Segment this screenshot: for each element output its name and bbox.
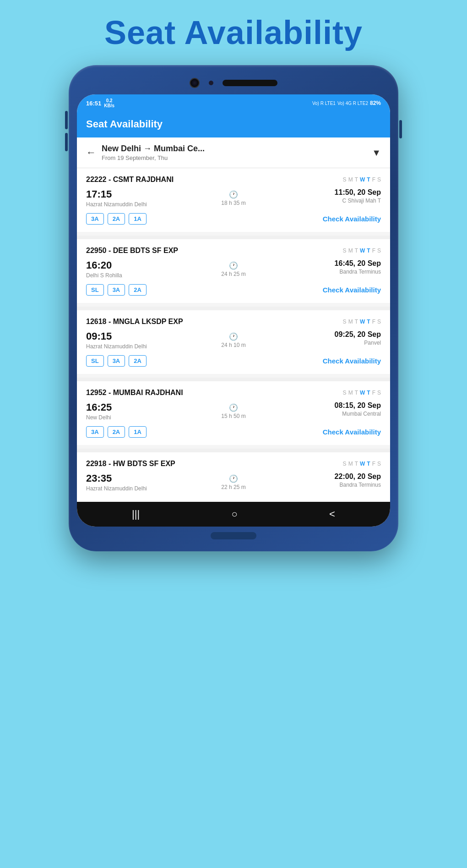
class-row: SL 3A 2A Check Availability bbox=[86, 355, 381, 367]
day-W: W bbox=[360, 247, 365, 254]
left-side-buttons bbox=[65, 111, 68, 151]
class-badge-3a[interactable]: 3A bbox=[86, 213, 104, 225]
days-row: S M T W T F S bbox=[343, 461, 381, 467]
back-nav-button[interactable]: < bbox=[329, 508, 335, 520]
arrive-station: Panvel bbox=[282, 340, 381, 346]
arrive-time: 08:15, 20 Sep bbox=[282, 401, 381, 410]
train-times: 17:15 Hazrat Nizamuddin Delhi 🕐 18 h 35 … bbox=[86, 188, 381, 208]
class-badge-1a[interactable]: 1A bbox=[129, 213, 147, 225]
check-availability-button[interactable]: Check Availability bbox=[323, 286, 381, 294]
train-header: 12952 - MUMBAI RAJDHANI S M T W T F S bbox=[86, 389, 381, 397]
check-availability-button[interactable]: Check Availability bbox=[323, 357, 381, 365]
clock-icon: 🕐 bbox=[229, 261, 238, 270]
day-S: S bbox=[343, 176, 347, 183]
class-badge-1a[interactable]: 1A bbox=[129, 426, 147, 438]
volume-down-button[interactable] bbox=[65, 133, 68, 151]
phone-bottom-bar bbox=[77, 527, 390, 543]
train-header: 22950 - DEE BDTS SF EXP S M T W T F S bbox=[86, 247, 381, 255]
day-S2: S bbox=[377, 176, 381, 183]
depart-time: 23:35 bbox=[86, 472, 185, 484]
train-card: 22918 - HW BDTS SF EXP S M T W T F S 23:… bbox=[77, 452, 390, 498]
duration-text: 22 h 25 m bbox=[221, 484, 245, 490]
class-badge-3a[interactable]: 3A bbox=[108, 355, 125, 367]
train-name: 12952 - MUMBAI RAJDHANI bbox=[86, 389, 183, 397]
route-info: ← New Delhi → Mumbai Ce... From 19 Septe… bbox=[86, 144, 205, 161]
duration-text: 24 h 10 m bbox=[221, 342, 245, 348]
class-badge-sl[interactable]: SL bbox=[86, 355, 104, 367]
day-T: T bbox=[355, 247, 358, 254]
arrive-station: Mumbai Central bbox=[282, 411, 381, 417]
data-speed: 0.2 KB/s bbox=[104, 98, 114, 108]
arrive-time: 16:45, 20 Sep bbox=[282, 259, 381, 268]
class-badge-2a[interactable]: 2A bbox=[108, 426, 125, 438]
depart-station: Delhi S Rohilla bbox=[86, 272, 185, 279]
recents-button[interactable]: ||| bbox=[132, 508, 140, 520]
class-badge-2a[interactable]: 2A bbox=[108, 213, 125, 225]
route-date: From 19 September, Thu bbox=[102, 154, 205, 161]
arrive-block: 22:00, 20 Sep Bandra Terminus bbox=[282, 472, 381, 488]
card-separator bbox=[77, 378, 390, 381]
day-W: W bbox=[360, 461, 365, 467]
right-side-buttons bbox=[399, 120, 402, 138]
train-name: 22950 - DEE BDTS SF EXP bbox=[86, 247, 178, 255]
clock-icon: 🕐 bbox=[229, 474, 238, 483]
day-T2: T bbox=[367, 176, 370, 183]
day-S2: S bbox=[377, 461, 381, 467]
day-M: M bbox=[348, 176, 353, 183]
day-T2: T bbox=[367, 390, 370, 396]
day-T2: T bbox=[367, 247, 370, 254]
train-header: 22222 - CSMT RAJDHANI S M T W T F S bbox=[86, 176, 381, 184]
day-T: T bbox=[355, 176, 358, 183]
class-badges: 3A 2A 1A bbox=[86, 426, 147, 438]
filter-icon[interactable]: ▼ bbox=[372, 148, 381, 158]
class-badge-sl[interactable]: SL bbox=[86, 284, 104, 296]
day-F: F bbox=[372, 390, 375, 396]
signal2-text: Vo) 4G R LTE2 bbox=[337, 101, 368, 106]
day-F: F bbox=[372, 319, 375, 325]
depart-time: 17:15 bbox=[86, 188, 185, 200]
card-separator bbox=[77, 307, 390, 310]
class-badge-3a[interactable]: 3A bbox=[86, 426, 104, 438]
arrive-block: 11:50, 20 Sep C Shivaji Mah T bbox=[282, 188, 381, 204]
days-row: S M T W T F S bbox=[343, 176, 381, 183]
class-badges: SL 3A 2A bbox=[86, 355, 147, 367]
depart-block: 16:25 New Delhi bbox=[86, 401, 185, 421]
duration-block: 🕐 15 h 50 m bbox=[185, 401, 283, 419]
day-T: T bbox=[355, 461, 358, 467]
status-time: 16:51 bbox=[86, 100, 101, 107]
class-badge-3a[interactable]: 3A bbox=[108, 284, 125, 296]
class-badge-2a[interactable]: 2A bbox=[129, 284, 147, 296]
train-times: 16:25 New Delhi 🕐 15 h 50 m 08:15, 20 Se… bbox=[86, 401, 381, 421]
day-M: M bbox=[348, 247, 353, 254]
depart-block: 09:15 Hazrat Nizamuddin Delhi bbox=[86, 330, 185, 350]
arrive-time: 11:50, 20 Sep bbox=[282, 188, 381, 197]
days-row: S M T W T F S bbox=[343, 390, 381, 396]
class-row: 3A 2A 1A Check Availability bbox=[86, 426, 381, 438]
app-header: Seat Availability bbox=[77, 112, 390, 137]
clock-icon: 🕐 bbox=[229, 332, 238, 341]
earpiece-speaker bbox=[223, 80, 277, 86]
back-button[interactable]: ← bbox=[86, 147, 96, 159]
home-button[interactable]: ○ bbox=[231, 508, 237, 520]
check-availability-button[interactable]: Check Availability bbox=[323, 215, 381, 223]
train-times: 23:35 Hazrat Nizamuddin Delhi 🕐 22 h 25 … bbox=[86, 472, 381, 492]
phone-screen: 16:51 0.2 KB/s Vo) R LTE1 Vo) 4G R LTE2 … bbox=[77, 94, 390, 527]
duration-block: 🕐 24 h 25 m bbox=[185, 259, 283, 277]
day-T: T bbox=[355, 390, 358, 396]
clock-icon: 🕐 bbox=[229, 190, 238, 199]
class-row: 3A 2A 1A Check Availability bbox=[86, 213, 381, 225]
duration-text: 24 h 25 m bbox=[221, 271, 245, 277]
class-badge-2a[interactable]: 2A bbox=[129, 355, 147, 367]
train-list: 22222 - CSMT RAJDHANI S M T W T F S 17:1… bbox=[77, 168, 390, 498]
volume-up-button[interactable] bbox=[65, 111, 68, 129]
battery-text: 82% bbox=[370, 100, 381, 106]
power-button[interactable] bbox=[399, 120, 402, 138]
clock-icon: 🕐 bbox=[229, 403, 238, 412]
front-camera bbox=[190, 78, 200, 88]
duration-text: 15 h 50 m bbox=[221, 413, 245, 419]
day-T2: T bbox=[367, 461, 370, 467]
day-F: F bbox=[372, 247, 375, 254]
check-availability-button[interactable]: Check Availability bbox=[323, 428, 381, 436]
arrive-station: Bandra Terminus bbox=[282, 482, 381, 488]
day-W: W bbox=[360, 390, 365, 396]
